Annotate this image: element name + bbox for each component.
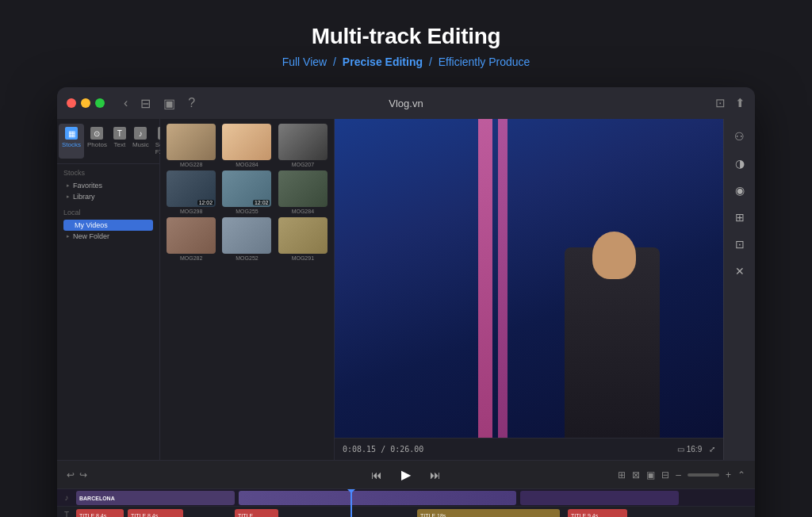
title-clip[interactable]: TITLE 18s — [417, 509, 560, 517]
media-label: MOG284 — [292, 209, 314, 214]
aspect-value: 16:9 — [687, 445, 702, 454]
sidebar-tab-text[interactable]: T Text — [110, 124, 129, 159]
media-item[interactable]: MOG284 — [277, 170, 329, 214]
title-clip[interactable]: TITLE 9.4s — [568, 509, 627, 517]
media-item[interactable]: MOG291 — [277, 217, 329, 261]
app-body: ▦ Stocks ⊙ Photos T Text ♪ Music — [57, 119, 755, 460]
page-title: Multi-track Editing — [312, 24, 501, 49]
sidebar-item-favorites[interactable]: ▸ Favorites — [63, 180, 153, 191]
music-clip[interactable]: BARCELONA — [76, 491, 235, 505]
media-thumbnail — [167, 124, 216, 160]
preview-area: 0:08.15 / 0:26.00 ▭ 16:9 ⤢ — [335, 119, 723, 460]
monitor-icon[interactable]: ▣ — [160, 94, 178, 113]
sidebar-tab-stocks[interactable]: ▦ Stocks — [59, 124, 84, 159]
skip-forward-button[interactable]: ⏭ — [427, 465, 444, 484]
minimize-button[interactable] — [81, 98, 90, 108]
music-track-label: ♪ — [57, 493, 76, 502]
sidebar-section-stocks: Stocks ▸ Favorites ▸ Library — [57, 164, 159, 204]
stocks-icon: ▦ — [65, 127, 78, 140]
music-clip[interactable] — [239, 491, 516, 505]
thumb-inner — [222, 217, 271, 254]
photos-label: Photos — [87, 141, 107, 148]
expand-icon[interactable]: ⌃ — [737, 469, 745, 481]
media-thumbnail: 12:02 — [222, 170, 271, 207]
media-thumbnail — [278, 170, 327, 207]
thumb-inner — [278, 124, 327, 160]
media-item[interactable]: MOG282 — [165, 217, 217, 261]
person-head — [592, 232, 636, 279]
media-item[interactable]: 12:02 MOG255 — [220, 170, 273, 214]
title-track-content[interactable]: TITLE 8.4s TITLE 8.4s TITLE TITLE 18s TI… — [76, 507, 755, 517]
transport-left: ↩ ↪ — [67, 469, 87, 481]
skip-back-button[interactable]: ⏮ — [368, 465, 385, 484]
sidebar-item-library[interactable]: ▸ Library — [63, 191, 153, 202]
video-background — [335, 119, 723, 438]
speed-icon[interactable]: ⊠ — [632, 469, 640, 481]
title-track-icon: T — [64, 511, 69, 517]
close-button[interactable] — [67, 98, 76, 108]
media-thumbnail — [222, 124, 271, 160]
pink-bar-right — [498, 119, 508, 438]
timeline-tracks: ♪ BARCELONA T TITLE 8.4s TITLE 8 — [57, 489, 755, 517]
transform-icon[interactable]: ⊡ — [729, 233, 751, 255]
title-clip[interactable]: TITLE 8.4s — [128, 509, 183, 517]
subtitle-fullview[interactable]: Full View — [282, 56, 327, 68]
title-clip[interactable]: TITLE 8.4s — [76, 509, 124, 517]
timeline-section: ↩ ↪ ⏮ ▶ ⏭ ⊞ ⊠ ▣ ⊟ – + ⌃ — [57, 460, 755, 517]
maximize-button[interactable] — [95, 98, 105, 108]
music-track-icon: ♪ — [65, 493, 69, 502]
media-item[interactable]: MOG252 — [220, 217, 273, 261]
sidebar-tab-photos[interactable]: ⊙ Photos — [84, 124, 110, 159]
sidebar-item-newfolder[interactable]: ▸ New Folder — [63, 231, 153, 242]
sidebar-item-myvideos[interactable]: My Videos — [63, 220, 153, 231]
library-label: Library — [73, 193, 95, 201]
music-clip[interactable] — [520, 491, 679, 505]
color-icon[interactable]: ◑ — [729, 152, 751, 174]
media-item[interactable]: MOG207 — [277, 124, 329, 167]
sidebar-tab-music[interactable]: ♪ Music — [129, 124, 152, 159]
newfolder-label: New Folder — [73, 232, 109, 240]
back-button[interactable]: ‹ — [121, 94, 131, 112]
camera-icon[interactable]: ▣ — [646, 469, 655, 481]
myvideos-label: My Videos — [75, 221, 108, 229]
overlay-icon[interactable]: ⊞ — [729, 206, 751, 228]
music-track-content[interactable]: BARCELONA — [76, 489, 755, 506]
play-button[interactable]: ▶ — [398, 464, 414, 485]
effects-icon[interactable]: ✕ — [729, 260, 751, 282]
title-bar: ‹ ⊟ ▣ ? Vlog.vn ⊡ ⬆ — [57, 87, 755, 119]
transport-right: ⊞ ⊠ ▣ ⊟ – + ⌃ — [618, 469, 745, 481]
plus-icon[interactable]: + — [726, 469, 731, 481]
triangle-icon: ▸ — [67, 182, 70, 189]
book-icon[interactable]: ⊟ — [137, 94, 154, 113]
subtitle-sep2: / — [429, 56, 432, 68]
sidebar-tabs: ▦ Stocks ⊙ Photos T Text ♪ Music — [57, 119, 159, 164]
media-label: MOG291 — [292, 255, 314, 261]
title-clip[interactable]: TITLE — [235, 509, 278, 517]
total-time: 0:26.00 — [390, 445, 423, 454]
favorites-label: Favorites — [73, 182, 102, 190]
media-item[interactable]: MOG284 — [220, 124, 273, 167]
media-item[interactable]: 12:02 MOG298 — [165, 170, 217, 214]
subtitle-efficiently[interactable]: Efficiently Produce — [439, 56, 530, 68]
zoom-slider[interactable] — [688, 473, 719, 477]
save-icon[interactable]: ⊡ — [715, 96, 726, 110]
snap-icon[interactable]: ⊞ — [618, 469, 626, 481]
audio-icon[interactable]: ◉ — [729, 179, 751, 201]
thumb-inner — [167, 217, 216, 254]
media-label: MOG207 — [292, 162, 314, 167]
subtitle-precise[interactable]: Precise Editing — [343, 56, 423, 68]
time-separator: / — [381, 445, 390, 454]
export-icon[interactable]: ⬆ — [735, 96, 745, 110]
minus-icon[interactable]: – — [676, 469, 681, 481]
thumb-inner — [222, 124, 271, 160]
redo-icon[interactable]: ↪ — [79, 469, 87, 481]
mute-icon[interactable]: ⊟ — [661, 469, 669, 481]
title-track-label: T — [57, 511, 76, 517]
video-preview[interactable] — [335, 119, 723, 438]
undo-icon[interactable]: ↩ — [67, 469, 75, 481]
media-item[interactable]: MOG228 — [165, 124, 217, 167]
resize-icon[interactable]: ⤢ — [709, 445, 715, 454]
people-icon[interactable]: ⚇ — [729, 125, 751, 147]
text-icon: T — [113, 127, 126, 140]
info-icon[interactable]: ? — [185, 94, 198, 112]
